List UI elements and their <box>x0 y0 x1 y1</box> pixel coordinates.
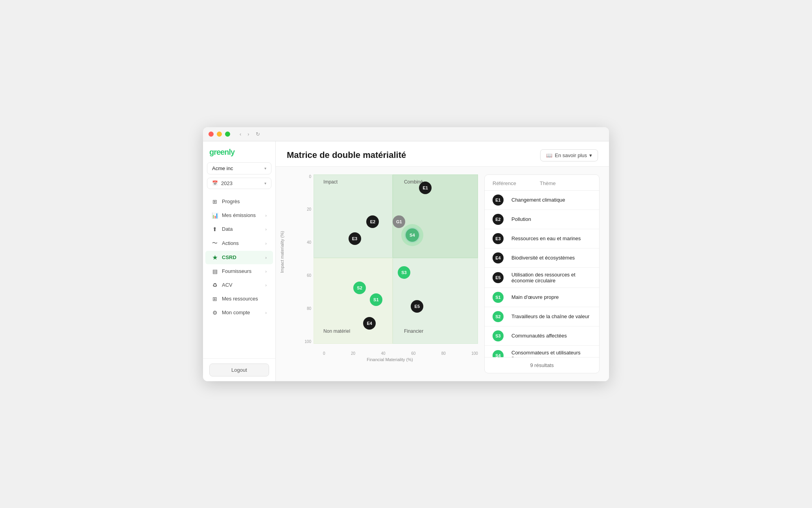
legend-row[interactable]: E2Pollution <box>485 210 599 229</box>
grid-icon: ⊞ <box>212 198 218 205</box>
company-selector[interactable]: Acme inc ▾ <box>207 162 271 174</box>
page-title: Matrice de double matérialité <box>287 150 406 160</box>
forward-icon[interactable]: › <box>247 131 249 137</box>
wave-icon: 〜 <box>212 240 218 247</box>
legend-theme: Main d'œuvre propre <box>511 294 559 300</box>
logout-button[interactable]: Logout <box>209 363 269 376</box>
chevron-right-icon: › <box>265 255 267 260</box>
label-non-materiel: Non matériel <box>323 328 350 334</box>
legend-badge: E2 <box>493 214 504 225</box>
node-E4[interactable]: E4 <box>363 317 376 330</box>
sidebar-item-label: ACV <box>222 282 233 288</box>
col-theme: Thème <box>540 180 555 186</box>
node-S1[interactable]: S1 <box>370 293 382 306</box>
sidebar-item-fournisseurs[interactable]: ▤ Fournisseurs › <box>205 265 273 278</box>
chevron-down-icon: ▾ <box>589 152 592 158</box>
sidebar-item-label: Mes émissions <box>222 212 256 218</box>
app-body: greenly Acme inc ▾ 📅 2023 ▾ ⊞ Progrès 📊 … <box>203 141 609 381</box>
legend-theme: Consommateurs et utilisateurs finaux <box>511 350 591 357</box>
col-reference: Référence <box>493 180 524 186</box>
chevron-down-icon: ▾ <box>264 166 266 171</box>
star-icon: ★ <box>212 254 218 261</box>
sidebar-item-label: Data <box>222 226 233 232</box>
upload-icon: ⬆ <box>212 226 218 232</box>
sidebar-item-actions[interactable]: 〜 Actions › <box>205 236 273 250</box>
reload-icon[interactable]: ↻ <box>256 131 260 137</box>
y-axis: 100 80 60 40 20 0 <box>302 174 311 344</box>
book-icon: 📖 <box>546 152 552 158</box>
chevron-down-icon: ▾ <box>264 181 266 185</box>
year-selector[interactable]: 📅 2023 ▾ <box>207 178 271 189</box>
chart-inner: 100 80 60 40 20 0 <box>302 174 478 356</box>
legend-theme: Pollution <box>511 216 531 222</box>
sidebar-item-label: Actions <box>222 240 239 246</box>
sidebar-item-label: Fournisseurs <box>222 268 251 274</box>
node-E5[interactable]: E5 <box>411 300 423 313</box>
sidebar: greenly Acme inc ▾ 📅 2023 ▾ ⊞ Progrès 📊 … <box>203 141 276 381</box>
legend-theme: Ressources en eau et marines <box>511 235 581 241</box>
year-value: 2023 <box>221 180 233 186</box>
legend-table: Référence Thème E1Changement climatiqueE… <box>484 174 600 373</box>
legend-row[interactable]: E3Ressources en eau et marines <box>485 229 599 248</box>
titlebar: ‹ › ↻ <box>203 127 609 141</box>
calendar-icon: 📅 <box>212 180 218 186</box>
node-S4[interactable]: S4 <box>404 227 420 243</box>
sidebar-item-label: CSRD <box>222 254 236 260</box>
legend-row[interactable]: E1Changement climatique <box>485 191 599 210</box>
chart-and-legend: 100 80 60 40 20 0 <box>276 167 609 381</box>
chevron-right-icon: › <box>265 241 267 246</box>
sidebar-item-progres[interactable]: ⊞ Progrès <box>205 195 273 208</box>
sidebar-item-emissions[interactable]: 📊 Mes émissions › <box>205 209 273 222</box>
legend-row[interactable]: S1Main d'œuvre propre <box>485 288 599 307</box>
legend-row[interactable]: E4Biodiversité et écosystèmes <box>485 248 599 268</box>
app-window: ‹ › ↻ greenly Acme inc ▾ 📅 2023 ▾ ⊞ Pro <box>203 127 609 381</box>
learn-more-button[interactable]: 📖 En savoir plus ▾ <box>540 149 598 161</box>
maximize-button[interactable] <box>225 132 230 137</box>
legend-footer: 9 résultats <box>485 357 599 373</box>
legend-row[interactable]: S4Consommateurs et utilisateurs finaux <box>485 346 599 357</box>
back-icon[interactable]: ‹ <box>240 131 241 137</box>
legend-badge: E5 <box>493 272 504 283</box>
sidebar-item-label: Mes ressources <box>222 296 258 302</box>
legend-row[interactable]: S3Communautés affectées <box>485 326 599 346</box>
y-axis-label: Impact materiality (%) <box>280 265 284 273</box>
node-S3[interactable]: S3 <box>398 266 410 279</box>
chart-wrapper: 100 80 60 40 20 0 <box>285 174 478 363</box>
legend-theme: Communautés affectées <box>511 333 567 339</box>
node-E1[interactable]: E1 <box>419 182 432 194</box>
minimize-button[interactable] <box>217 132 222 137</box>
legend-row[interactable]: E5Utilisation des ressources et économie… <box>485 268 599 288</box>
label-financier: Financier <box>404 328 423 334</box>
folder-icon: ▤ <box>212 268 218 274</box>
node-E2[interactable]: E2 <box>366 215 379 228</box>
quadrant-impact <box>314 174 393 258</box>
nav-controls: ‹ › ↻ <box>240 131 260 137</box>
legend-row[interactable]: S2Travailleurs de la chaîne de valeur <box>485 307 599 326</box>
legend-theme: Biodiversité et écosystèmes <box>511 255 575 261</box>
sidebar-item-acv[interactable]: ♻ ACV › <box>205 278 273 292</box>
node-G1[interactable]: G1 <box>393 215 405 228</box>
sidebar-item-compte[interactable]: ⚙ Mon compte › <box>205 306 273 319</box>
chevron-right-icon: › <box>265 227 267 232</box>
close-button[interactable] <box>209 132 214 137</box>
sidebar-item-csrd[interactable]: ★ CSRD › <box>205 251 273 264</box>
sidebar-item-data[interactable]: ⬆ Data › <box>205 222 273 236</box>
plot-area: Non matériel Impact Combiné Financier E1… <box>314 174 478 344</box>
quadrant-combine <box>393 174 478 258</box>
legend-header: Référence Thème <box>485 175 599 191</box>
chevron-right-icon: › <box>265 213 267 218</box>
logout-section: Logout <box>203 358 275 381</box>
legend-theme: Changement climatique <box>511 197 565 203</box>
sidebar-item-ressources[interactable]: ⊞ Mes ressources <box>205 292 273 306</box>
node-E3[interactable]: E3 <box>349 232 361 245</box>
label-impact: Impact <box>323 179 338 185</box>
bar-icon: 📊 <box>212 212 218 219</box>
gear-icon: ⚙ <box>212 310 218 316</box>
main-content: Matrice de double matérialité 📖 En savoi… <box>276 141 609 381</box>
legend-theme: Travailleurs de la chaîne de valeur <box>511 313 589 319</box>
sidebar-nav: ⊞ Progrès 📊 Mes émissions › ⬆ Data › 〜 A… <box>203 193 275 358</box>
legend-badge: S1 <box>493 292 504 303</box>
node-S2[interactable]: S2 <box>353 282 366 294</box>
legend-theme: Utilisation des ressources et économie c… <box>511 272 591 284</box>
chevron-right-icon: › <box>265 310 267 315</box>
